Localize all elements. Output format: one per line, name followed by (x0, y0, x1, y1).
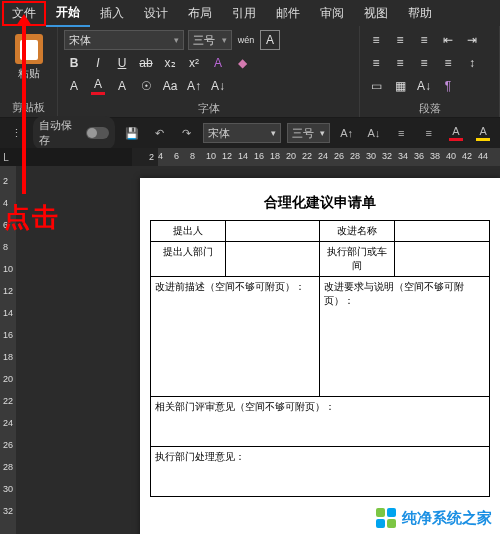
ruler-tick: 32 (382, 151, 392, 161)
ruler-tick: 10 (206, 151, 216, 161)
cell-before-desc: 改进前描述（空间不够可附页）： (151, 277, 320, 397)
qat-numbering-button[interactable]: ≡ (418, 122, 439, 144)
undo-button[interactable]: ↶ (148, 122, 169, 144)
menu-mailings[interactable]: 邮件 (266, 1, 310, 26)
qat-size-combo[interactable]: 三号 ▾ (287, 123, 330, 143)
ruler-tick: 42 (462, 151, 472, 161)
paste-icon (15, 34, 43, 64)
ruler-tick: 12 (222, 151, 232, 161)
document-area[interactable]: 合理化建议申请单 提出人 改进名称 提出人部门 执行部门或车间 改进前描述（空间… (16, 166, 500, 534)
menu-layout[interactable]: 布局 (178, 1, 222, 26)
strikethrough-button[interactable]: ab (136, 53, 156, 73)
watermark: 纯净系统之家 (376, 508, 492, 528)
phonetic-guide-button[interactable]: wén (236, 30, 256, 50)
increase-indent-button[interactable]: ⇥ (462, 30, 482, 50)
menu-references[interactable]: 引用 (222, 1, 266, 26)
save-button[interactable]: 💾 (121, 122, 142, 144)
menu-help[interactable]: 帮助 (398, 1, 442, 26)
doc-title: 合理化建议申请单 (150, 194, 490, 212)
italic-button[interactable]: I (88, 53, 108, 73)
cell-requirements: 改进要求与说明（空间不够可附页）： (320, 277, 490, 397)
text-highlight-button[interactable]: A (64, 76, 84, 96)
autosave-label: 自动保存 (39, 118, 82, 148)
qat-font-color-button[interactable]: A (445, 122, 466, 144)
ruler-tick: 16 (3, 330, 13, 340)
clear-formatting-button[interactable]: ◆ (232, 53, 252, 73)
font-name-combo[interactable]: 宋体 ▾ (64, 30, 184, 50)
numbering-button[interactable]: ≡ (390, 30, 410, 50)
ruler-tick: 4 (158, 151, 163, 161)
superscript-button[interactable]: x² (184, 53, 204, 73)
decrease-indent-button[interactable]: ⇤ (438, 30, 458, 50)
menu-review[interactable]: 审阅 (310, 1, 354, 26)
cell-exec-dept-label: 执行部门或车间 (320, 242, 395, 277)
line-spacing-button[interactable]: ↕ (462, 53, 482, 73)
bold-button[interactable]: B (64, 53, 84, 73)
character-shading-button[interactable]: A (112, 76, 132, 96)
autosave-toggle[interactable]: 自动保存 (33, 116, 115, 150)
ruler-tick: 44 (478, 151, 488, 161)
ruler-tick: 12 (3, 286, 13, 296)
sort-button[interactable]: A↓ (414, 76, 434, 96)
underline-button[interactable]: U (112, 53, 132, 73)
qat-font-combo[interactable]: 宋体 ▾ (203, 123, 281, 143)
horizontal-ruler[interactable]: 2 46810121416182022242628303234363840424… (132, 148, 500, 166)
qat-highlight-button[interactable]: A (473, 122, 494, 144)
ruler-tick: 32 (3, 506, 13, 516)
borders-button[interactable]: ▦ (390, 76, 410, 96)
ruler-tick: 16 (254, 151, 264, 161)
quick-access-bar: ⋮ 自动保存 💾 ↶ ↷ 宋体 ▾ 三号 ▾ A↑ A↓ ≡ ≡ A A (0, 118, 500, 148)
font-name-value: 宋体 (69, 33, 91, 48)
watermark-logo-icon (376, 508, 396, 528)
ruler-tick: 22 (3, 396, 13, 406)
ribbon: 粘贴 剪贴板 宋体 ▾ 三号 ▾ wén A B I U ab x₂ x² A … (0, 26, 500, 118)
clipboard-section-label: 剪贴板 (6, 98, 51, 115)
watermark-text: 纯净系统之家 (402, 509, 492, 528)
ruler-tick: 2 (149, 152, 154, 162)
ruler-tick: 8 (3, 242, 8, 252)
ruler-tick: 6 (174, 151, 179, 161)
ruler-tick: 14 (238, 151, 248, 161)
enclose-characters-button[interactable]: ☉ (136, 76, 156, 96)
align-center-button[interactable]: ≡ (390, 53, 410, 73)
align-right-button[interactable]: ≡ (414, 53, 434, 73)
ruler-corner: L (0, 148, 12, 166)
ruler-tick: 18 (270, 151, 280, 161)
ribbon-paragraph: ≡ ≡ ≡ ⇤ ⇥ ≡ ≡ ≡ ≡ ↕ ▭ ▦ A↓ ¶ 段落 (360, 26, 500, 117)
cell-improve-name-label: 改进名称 (320, 221, 395, 242)
text-effects-button[interactable]: A (208, 53, 228, 73)
character-border-button[interactable]: A (260, 30, 280, 50)
ruler-tick: 30 (3, 484, 13, 494)
document-page: 合理化建议申请单 提出人 改进名称 提出人部门 执行部门或车间 改进前描述（空间… (140, 178, 500, 534)
qat-bullets-button[interactable]: ≡ (391, 122, 412, 144)
qat-grow-font-button[interactable]: A↑ (336, 122, 357, 144)
multilevel-list-button[interactable]: ≡ (414, 30, 434, 50)
paragraph-section-label: 段落 (366, 99, 493, 116)
subscript-button[interactable]: x₂ (160, 53, 180, 73)
cell-improve-name-value (395, 221, 490, 242)
justify-button[interactable]: ≡ (438, 53, 458, 73)
change-case-button[interactable]: Aa (160, 76, 180, 96)
doc-form-table: 提出人 改进名称 提出人部门 执行部门或车间 改进前描述（空间不够可附页）： 改… (150, 220, 490, 497)
ruler-row: L 2 468101214161820222426283032343638404… (0, 148, 500, 166)
qat-size-value: 三号 (292, 126, 314, 141)
ribbon-font: 宋体 ▾ 三号 ▾ wén A B I U ab x₂ x² A ◆ A A (58, 26, 360, 117)
font-color-button[interactable]: A (88, 76, 108, 96)
menu-bar: 文件 开始 插入 设计 布局 引用 邮件 审阅 视图 帮助 (0, 0, 500, 26)
shrink-font-button[interactable]: A↓ (208, 76, 228, 96)
redo-button[interactable]: ↷ (176, 122, 197, 144)
ruler-tick: 28 (350, 151, 360, 161)
menu-insert[interactable]: 插入 (90, 1, 134, 26)
bullets-button[interactable]: ≡ (366, 30, 386, 50)
cell-dept-label: 提出人部门 (151, 242, 226, 277)
shading-button[interactable]: ▭ (366, 76, 386, 96)
menu-home[interactable]: 开始 (46, 0, 90, 27)
qat-shrink-font-button[interactable]: A↓ (363, 122, 384, 144)
paste-button[interactable]: 粘贴 (6, 30, 51, 81)
grow-font-button[interactable]: A↑ (184, 76, 204, 96)
show-marks-button[interactable]: ¶ (438, 76, 458, 96)
font-size-combo[interactable]: 三号 ▾ (188, 30, 232, 50)
menu-design[interactable]: 设计 (134, 1, 178, 26)
menu-view[interactable]: 视图 (354, 1, 398, 26)
align-left-button[interactable]: ≡ (366, 53, 386, 73)
